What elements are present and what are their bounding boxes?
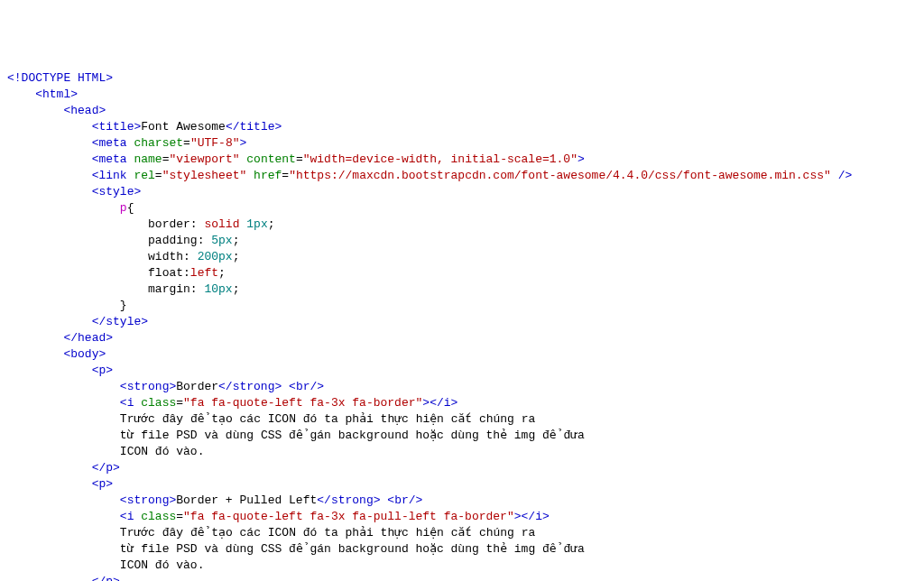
string: "UTF-8" bbox=[190, 136, 240, 150]
tag: > bbox=[70, 88, 78, 101]
eq: = bbox=[176, 396, 183, 410]
text: Font Awesome bbox=[141, 120, 226, 134]
tag: <body bbox=[63, 347, 98, 361]
tag: <strong bbox=[120, 493, 170, 507]
tag: > bbox=[113, 575, 120, 581]
text: ICON đó vào. bbox=[120, 558, 205, 572]
tag: </i bbox=[522, 510, 542, 523]
css-num: 5px bbox=[211, 234, 232, 247]
tag: > bbox=[98, 347, 106, 361]
css-val: solid bbox=[204, 217, 239, 231]
tag: <i bbox=[120, 396, 134, 410]
tag: <p bbox=[92, 364, 106, 377]
css-prop: float bbox=[148, 266, 183, 280]
tag: > bbox=[274, 120, 282, 134]
semi: ; bbox=[268, 217, 275, 231]
text: Trước đây để tạo các ICON đó ta phải thự… bbox=[120, 412, 535, 426]
eq: = bbox=[282, 169, 289, 182]
text bbox=[282, 380, 289, 393]
string: "https://maxcdn.bootstrapcdn.com/font-aw… bbox=[289, 169, 831, 182]
tag: > bbox=[141, 315, 148, 328]
colon: : bbox=[183, 266, 190, 280]
tag: </strong bbox=[218, 380, 274, 393]
brace: { bbox=[127, 201, 134, 215]
tag: <i bbox=[120, 510, 134, 523]
selector: p bbox=[120, 201, 127, 215]
attr: name bbox=[127, 152, 162, 166]
text: ICON đó vào. bbox=[120, 445, 205, 458]
attr: href bbox=[246, 169, 282, 182]
brace: } bbox=[120, 299, 127, 312]
text: từ file PSD và dùng CSS để gán backgroun… bbox=[120, 542, 585, 556]
tag: </style bbox=[92, 315, 142, 328]
tag: /> bbox=[310, 380, 325, 393]
tag: </strong bbox=[317, 493, 373, 507]
tag: > bbox=[542, 510, 550, 523]
string: "fa fa-quote-left fa-3x fa-border" bbox=[183, 396, 422, 410]
tag: <p bbox=[92, 477, 106, 491]
tag: > bbox=[106, 364, 113, 377]
text: Border bbox=[176, 380, 218, 393]
eq: = bbox=[296, 152, 303, 166]
eq: = bbox=[155, 169, 162, 182]
tag: > bbox=[514, 510, 522, 523]
string: "fa fa-quote-left fa-3x fa-pull-left fa-… bbox=[183, 510, 514, 523]
tag: <!DOCTYPE HTML bbox=[7, 71, 106, 85]
css-prop: padding bbox=[148, 234, 198, 247]
colon: : bbox=[190, 282, 205, 296]
semi: ; bbox=[233, 234, 240, 247]
tag: <br bbox=[387, 493, 408, 507]
tag: > bbox=[422, 396, 430, 410]
semi: ; bbox=[218, 266, 226, 280]
string: "viewport" bbox=[169, 152, 239, 166]
attr: rel bbox=[127, 169, 155, 182]
tag: <title bbox=[92, 120, 134, 134]
semi: ; bbox=[233, 250, 240, 263]
tag: > bbox=[374, 493, 381, 507]
colon: : bbox=[183, 250, 198, 263]
tag: <html bbox=[35, 88, 70, 101]
tag: <br bbox=[289, 380, 310, 393]
tag: > bbox=[239, 136, 246, 150]
tag: </title bbox=[226, 120, 275, 134]
tag: </p bbox=[92, 461, 113, 475]
text: Trước đây để tạo các ICON đó ta phải thự… bbox=[120, 526, 535, 540]
code-block: <!DOCTYPE HTML> <html> <head> <title>Fon… bbox=[7, 70, 917, 581]
attr: class bbox=[134, 396, 176, 410]
string: "width=device-width, initial-scale=1.0" bbox=[303, 152, 578, 166]
css-prop: margin bbox=[148, 282, 190, 296]
tag: > bbox=[134, 185, 141, 198]
tag: </head bbox=[63, 331, 106, 345]
tag: </i bbox=[430, 396, 450, 410]
attr: class bbox=[134, 510, 176, 523]
text: từ file PSD và dùng CSS để gán backgroun… bbox=[120, 429, 585, 442]
tag: > bbox=[106, 477, 113, 491]
tag: > bbox=[451, 396, 458, 410]
tag: /> bbox=[409, 493, 423, 507]
tag: > bbox=[106, 71, 113, 85]
tag: <link bbox=[92, 169, 127, 182]
tag: > bbox=[113, 461, 120, 475]
semi: ; bbox=[233, 282, 240, 296]
colon: : bbox=[190, 217, 205, 231]
tag: <meta bbox=[92, 136, 127, 150]
tag: <style bbox=[92, 185, 134, 198]
css-num: 10px bbox=[204, 282, 232, 296]
text: Border + Pulled Left bbox=[176, 493, 317, 507]
eq: = bbox=[176, 510, 183, 523]
css-val: left bbox=[190, 266, 218, 280]
tag: > bbox=[98, 104, 106, 117]
attr: content bbox=[239, 152, 295, 166]
colon: : bbox=[198, 234, 212, 247]
css-prop: width bbox=[148, 250, 183, 263]
css-num: 200px bbox=[198, 250, 233, 263]
tag: > bbox=[106, 331, 113, 345]
attr: charset bbox=[127, 136, 183, 150]
tag: <meta bbox=[92, 152, 127, 166]
tag: /> bbox=[831, 169, 852, 182]
eq: = bbox=[183, 136, 190, 150]
tag: <head bbox=[63, 104, 98, 117]
tag: <strong bbox=[120, 380, 170, 393]
css-num: 1px bbox=[246, 217, 267, 231]
tag: > bbox=[578, 152, 585, 166]
